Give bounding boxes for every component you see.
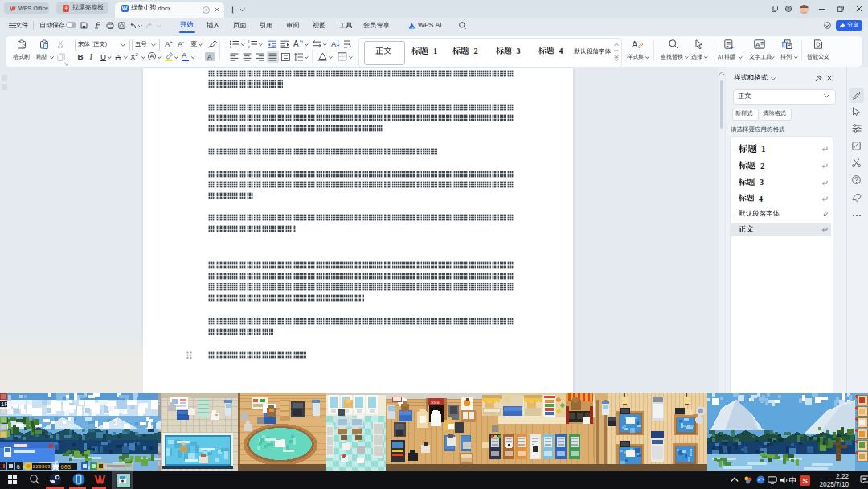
svg-text:603: 603 bbox=[61, 464, 72, 471]
svg-text:229963: 229963 bbox=[33, 464, 51, 470]
svg-text:1: 1 bbox=[248, 40, 251, 43]
svg-text:888: 888 bbox=[431, 400, 440, 405]
svg-text:G: G bbox=[17, 464, 20, 471]
svg-text:A: A bbox=[331, 39, 337, 48]
svg-text:A: A bbox=[632, 39, 638, 49]
svg-text:A: A bbox=[293, 39, 299, 48]
svg-text:2: 2 bbox=[248, 45, 251, 48]
svg-text:1F: 1F bbox=[1, 401, 7, 408]
